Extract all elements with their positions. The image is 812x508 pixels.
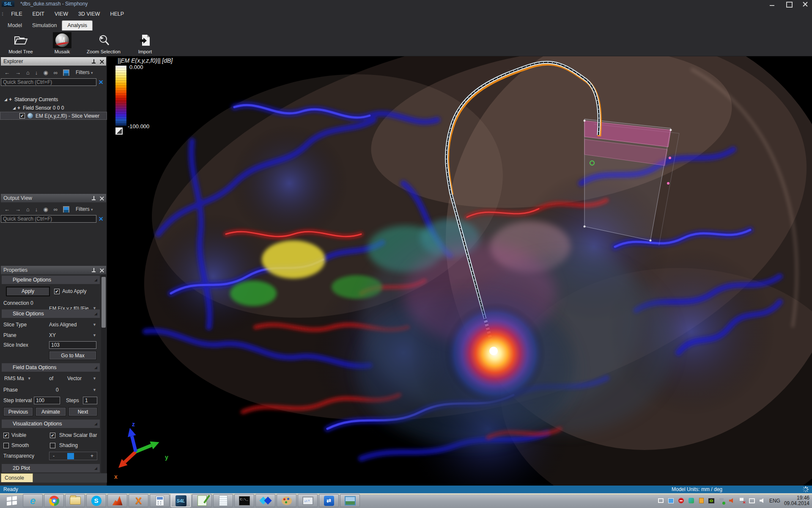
- transparency-slider[interactable]: - +: [49, 452, 97, 460]
- tray-volume-icon[interactable]: [759, 497, 765, 504]
- go-to-max-button[interactable]: Go to Max: [49, 351, 96, 360]
- section-2d-plot[interactable]: 2D Plot ◢: [2, 464, 100, 472]
- close-icon[interactable]: [802, 2, 808, 6]
- close-panel-icon[interactable]: [100, 60, 104, 64]
- taskbar-sim4life[interactable]: S4L: [171, 494, 191, 507]
- visibility-icon[interactable]: ◉: [43, 69, 48, 76]
- taskbar-skype[interactable]: S: [86, 494, 106, 507]
- musaik-button[interactable]: M Musaik: [41, 30, 83, 56]
- taskbar-system-monitor[interactable]: [298, 494, 318, 507]
- nav-forward-icon[interactable]: →: [15, 69, 21, 76]
- rms-dropdown[interactable]: RMS Ma: [4, 375, 24, 381]
- menu-3d-view[interactable]: 3D VIEW: [73, 8, 105, 20]
- vector-dropdown[interactable]: Vector: [67, 375, 82, 381]
- tab-model[interactable]: Model: [3, 21, 27, 30]
- chevron-down-icon[interactable]: ▼: [27, 376, 31, 381]
- filters-button[interactable]: Filters ▾: [76, 69, 93, 75]
- tree-item-field-sensor[interactable]: ◢ + Field Sensor 0 0 0: [0, 104, 107, 112]
- tray-sound-red-icon[interactable]: [729, 497, 735, 504]
- chevron-down-icon[interactable]: ▼: [93, 333, 96, 337]
- tray-action-center-icon[interactable]: [739, 497, 745, 504]
- tray-nvidia-icon[interactable]: [708, 497, 715, 504]
- visibility-icon[interactable]: ◉: [43, 206, 48, 213]
- link-icon[interactable]: ∞: [54, 206, 58, 213]
- chevron-down-icon[interactable]: ▼: [93, 323, 96, 327]
- home-icon[interactable]: ⌂: [26, 206, 30, 213]
- animate-button[interactable]: Animate: [36, 407, 66, 416]
- maximize-icon[interactable]: [786, 2, 791, 6]
- close-panel-icon[interactable]: [100, 196, 104, 200]
- view-mode-button[interactable]: [63, 69, 69, 76]
- tray-blue-window-icon[interactable]: [668, 497, 674, 504]
- expander-icon[interactable]: ◢: [13, 106, 16, 110]
- taskbar-teamviewer[interactable]: ⇄: [319, 494, 339, 507]
- tray-network-icon[interactable]: [749, 497, 755, 504]
- tab-simulation[interactable]: Simulation: [27, 21, 62, 30]
- chevron-down-icon[interactable]: ▼: [93, 388, 96, 392]
- slice-type-dropdown[interactable]: Axis Aligned: [49, 322, 77, 328]
- plus-icon[interactable]: +: [17, 105, 20, 111]
- collapse-all-icon[interactable]: ↓: [35, 206, 38, 213]
- auto-apply-checkbox[interactable]: ✔: [54, 289, 60, 294]
- import-button[interactable]: Import: [124, 30, 166, 56]
- tray-clipboard-icon[interactable]: [698, 497, 705, 504]
- chevron-down-icon[interactable]: ▼: [93, 376, 96, 381]
- taskbar-diamond-app[interactable]: [255, 494, 275, 507]
- properties-scrollbar[interactable]: [101, 274, 106, 473]
- slider-plus[interactable]: +: [91, 453, 93, 459]
- section-pipeline-options[interactable]: Pipeline Options ◢: [2, 276, 100, 284]
- pin-icon[interactable]: [92, 196, 96, 200]
- taskbar-autodesk[interactable]: X: [129, 494, 148, 507]
- view-mode-button[interactable]: [63, 206, 69, 213]
- apply-button[interactable]: Apply: [6, 287, 50, 296]
- home-icon[interactable]: ⌂: [26, 69, 30, 76]
- tree-item-slice-viewer[interactable]: ✔ EM E(x,y,z,f0) - Slice Viewer: [0, 112, 107, 120]
- filters-button[interactable]: Filters ▾: [76, 206, 93, 212]
- taskbar-file-explorer[interactable]: [65, 494, 85, 507]
- tray-teamviewer-icon[interactable]: [688, 497, 694, 504]
- smooth-checkbox[interactable]: [3, 443, 9, 448]
- clock[interactable]: 19:46 09.04.2014: [784, 495, 809, 506]
- nav-forward-icon[interactable]: →: [15, 206, 21, 213]
- tray-busy-icon[interactable]: [678, 497, 684, 504]
- taskbar-matlab[interactable]: [107, 494, 127, 507]
- next-button[interactable]: Next: [69, 407, 97, 416]
- plane-dropdown[interactable]: XY: [49, 332, 56, 338]
- console-tab[interactable]: Console: [1, 473, 33, 482]
- taskbar-notepad-plus-plus[interactable]: [192, 494, 212, 507]
- menu-edit[interactable]: EDIT: [27, 8, 49, 20]
- expander-icon[interactable]: ◢: [4, 97, 7, 102]
- taskbar-paint[interactable]: [277, 494, 296, 507]
- steps-input[interactable]: [83, 397, 97, 404]
- minimize-icon[interactable]: [769, 2, 775, 6]
- nav-back-icon[interactable]: ←: [4, 206, 10, 213]
- tray-window-icon[interactable]: [658, 497, 664, 504]
- zoom-selection-button[interactable]: Zoom Selection: [83, 30, 124, 56]
- step-interval-input[interactable]: [34, 397, 60, 404]
- taskbar-calculator[interactable]: [150, 494, 170, 507]
- phase-value[interactable]: 0: [56, 387, 59, 393]
- section-field-data-options[interactable]: Field Data Options ◢: [2, 363, 100, 372]
- taskbar-chrome[interactable]: [44, 494, 64, 507]
- explorer-search-input[interactable]: [1, 78, 96, 86]
- 3d-viewport[interactable]: ||EM E(x,y,z,f0)|| [dB] 0.000 -100.000 x…: [107, 56, 812, 486]
- clear-search-icon[interactable]: ✕: [99, 215, 104, 222]
- language-indicator[interactable]: ENG: [769, 498, 780, 504]
- slider-minus[interactable]: -: [53, 453, 55, 459]
- slider-handle[interactable]: [67, 453, 74, 459]
- close-panel-icon[interactable]: [100, 268, 104, 272]
- model-tree-button[interactable]: Model Tree: [0, 30, 41, 56]
- pin-icon[interactable]: [92, 59, 96, 64]
- nav-back-icon[interactable]: ←: [4, 69, 10, 76]
- visible-checkbox[interactable]: ✔: [3, 433, 9, 438]
- tab-analysis[interactable]: Analysis: [62, 20, 93, 30]
- plus-icon[interactable]: +: [9, 97, 12, 102]
- scrollbar-thumb[interactable]: [102, 277, 106, 328]
- previous-button[interactable]: Previous: [3, 407, 33, 416]
- taskbar-notepad[interactable]: [213, 494, 233, 507]
- taskbar-internet-explorer[interactable]: e: [23, 494, 43, 507]
- slice-index-input[interactable]: [49, 341, 96, 349]
- tree-item-stationary-currents[interactable]: ◢ + Stationary Currents: [0, 95, 107, 103]
- start-button[interactable]: [2, 494, 22, 507]
- collapse-all-icon[interactable]: ↓: [35, 69, 38, 76]
